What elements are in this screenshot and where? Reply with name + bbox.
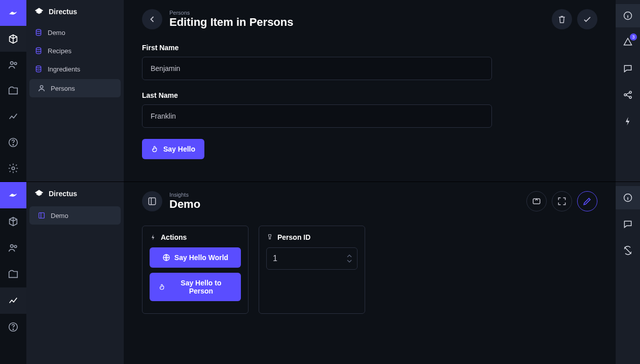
right-rail-bottom bbox=[616, 182, 640, 364]
dashboard-icon[interactable] bbox=[142, 191, 162, 211]
svg-rect-18 bbox=[149, 198, 155, 204]
say-hello-person-button[interactable]: Say Hello to Person bbox=[150, 273, 241, 301]
files-module-icon[interactable] bbox=[0, 78, 26, 103]
content-module-icon[interactable] bbox=[0, 26, 26, 52]
sidebar-item-recipes[interactable]: Recipes bbox=[26, 42, 124, 60]
svg-point-6 bbox=[36, 48, 41, 50]
svg-point-13 bbox=[11, 245, 14, 248]
sidebar-item-label: Ingredients bbox=[48, 65, 80, 73]
person-id-value: 1 bbox=[273, 254, 277, 263]
first-name-label: First Name bbox=[142, 44, 597, 52]
breadcrumb[interactable]: Insights bbox=[169, 192, 200, 198]
comments-panel-icon[interactable] bbox=[616, 212, 640, 236]
breadcrumb[interactable]: Persons bbox=[169, 10, 293, 16]
fullscreen-button[interactable] bbox=[552, 191, 572, 211]
sidebar-item-demo[interactable]: Demo bbox=[26, 23, 124, 42]
users-module-icon[interactable] bbox=[0, 235, 26, 261]
help-icon[interactable] bbox=[0, 130, 26, 156]
last-name-label: Last Name bbox=[142, 91, 597, 99]
btn-label: Say Hello World bbox=[174, 253, 228, 262]
svg-point-8 bbox=[40, 86, 43, 88]
info-panel-icon[interactable] bbox=[616, 186, 640, 209]
sidebar-item-demo-bottom[interactable]: Demo bbox=[29, 206, 121, 225]
actions-title: Actions bbox=[161, 233, 187, 241]
page-title: Editing Item in Persons bbox=[169, 16, 293, 29]
person-id-title: Person ID bbox=[277, 233, 310, 241]
svg-point-3 bbox=[13, 144, 13, 145]
btn-label: Say Hello to Person bbox=[170, 279, 232, 295]
svg-point-4 bbox=[12, 167, 15, 170]
say-hello-label: Say Hello bbox=[163, 145, 195, 153]
chevron-up-icon[interactable] bbox=[347, 254, 352, 258]
person-id-card: Person ID 1 bbox=[259, 226, 365, 314]
sidebar-item-label: Demo bbox=[48, 29, 65, 37]
help-icon[interactable] bbox=[0, 314, 26, 340]
sidebar-title-top: Directus bbox=[26, 0, 124, 23]
pane-insights: Directus Demo Insights Demo bbox=[0, 182, 640, 364]
main-top: Persons Editing Item in Persons First Na… bbox=[124, 0, 616, 181]
main-bottom: Insights Demo bbox=[124, 182, 616, 364]
sidebar-item-label: Persons bbox=[51, 85, 75, 92]
share-panel-icon[interactable] bbox=[616, 83, 640, 106]
last-name-input[interactable] bbox=[142, 104, 492, 128]
brand-logo-icon[interactable] bbox=[0, 0, 26, 26]
page-title: Demo bbox=[169, 198, 200, 211]
left-icon-rail-bottom bbox=[0, 182, 26, 364]
svg-point-1 bbox=[14, 62, 17, 65]
edit-button[interactable] bbox=[577, 191, 597, 211]
users-module-icon[interactable] bbox=[0, 52, 26, 78]
revisions-badge: 3 bbox=[630, 33, 637, 41]
settings-icon[interactable] bbox=[0, 156, 26, 181]
sidebar-item-label: Recipes bbox=[48, 47, 72, 55]
insights-module-icon[interactable] bbox=[0, 104, 26, 130]
left-icon-rail-top bbox=[0, 0, 26, 181]
right-rail-top: 3 bbox=[616, 0, 640, 181]
person-id-stepper[interactable]: 1 bbox=[266, 247, 358, 270]
sidebar-item-label: Demo bbox=[51, 212, 68, 220]
sidebar-top: Directus Demo Recipes Ingredients Person… bbox=[26, 0, 124, 181]
sidebar-title-bottom: Directus bbox=[26, 182, 124, 205]
content-module-icon[interactable] bbox=[0, 208, 26, 235]
pane-editing: Directus Demo Recipes Ingredients Person… bbox=[0, 0, 640, 182]
svg-point-14 bbox=[14, 245, 17, 248]
svg-point-5 bbox=[36, 29, 41, 31]
actions-card: Actions Say Hello World Say Hello to Per… bbox=[142, 226, 248, 314]
comments-panel-icon[interactable] bbox=[616, 57, 640, 80]
sidebar-item-persons[interactable]: Persons bbox=[29, 79, 121, 97]
say-hello-world-button[interactable]: Say Hello World bbox=[150, 247, 241, 268]
brand-label: Directus bbox=[49, 8, 77, 16]
sidebar-item-ingredients[interactable]: Ingredients bbox=[26, 60, 124, 78]
revisions-panel-icon[interactable]: 3 bbox=[616, 30, 640, 54]
say-hello-button[interactable]: Say Hello bbox=[142, 139, 204, 159]
actions-card-header: Actions bbox=[150, 233, 241, 241]
sidebar-bottom: Directus Demo bbox=[26, 182, 124, 364]
svg-point-16 bbox=[13, 329, 13, 330]
svg-point-7 bbox=[36, 66, 41, 68]
first-name-input[interactable] bbox=[142, 57, 492, 80]
files-module-icon[interactable] bbox=[0, 261, 26, 287]
insights-module-icon[interactable] bbox=[0, 287, 26, 314]
sync-off-icon[interactable] bbox=[616, 239, 640, 262]
save-button[interactable] bbox=[577, 9, 597, 29]
delete-button[interactable] bbox=[552, 9, 572, 29]
export-button[interactable] bbox=[526, 191, 547, 211]
svg-point-0 bbox=[11, 61, 14, 64]
person-id-card-header: Person ID bbox=[266, 233, 358, 241]
chevron-down-icon[interactable] bbox=[347, 259, 352, 263]
flows-panel-icon[interactable] bbox=[616, 110, 640, 133]
info-panel-icon[interactable] bbox=[616, 4, 640, 27]
brand-logo-icon[interactable] bbox=[0, 182, 26, 208]
svg-rect-17 bbox=[39, 213, 45, 219]
brand-label: Directus bbox=[49, 190, 77, 198]
back-button[interactable] bbox=[142, 9, 162, 29]
